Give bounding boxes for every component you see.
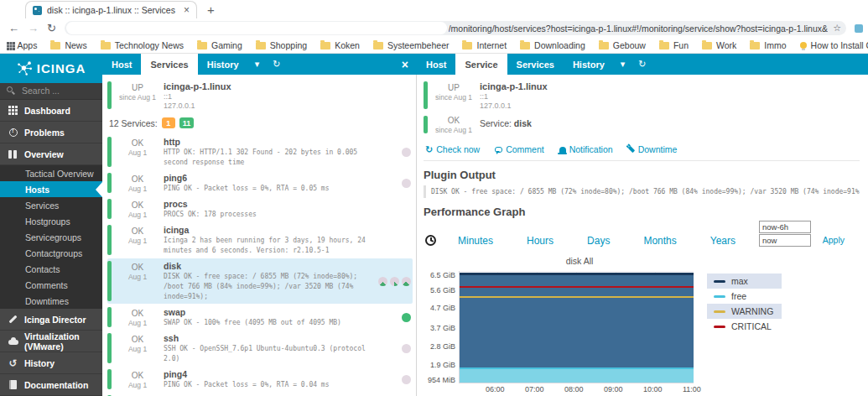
service-check-date: Aug 1 xyxy=(112,148,164,157)
tab-host[interactable]: Host xyxy=(102,54,141,75)
range-months[interactable]: Months xyxy=(643,235,676,247)
service-label: Service: disk xyxy=(480,115,532,134)
url-text: /monitoring/host/services?host=icinga-p-… xyxy=(449,23,828,34)
detail-service-summary[interactable]: OK since Aug 1 Service: disk xyxy=(424,115,860,139)
bookmark-star-icon[interactable]: ☆ xyxy=(833,23,841,34)
bookmark-internet[interactable]: Internet xyxy=(462,40,507,50)
sidebar-item-problems[interactable]: Problems xyxy=(0,122,102,143)
bookmark-label: Gaming xyxy=(211,40,242,50)
folder-icon xyxy=(462,42,472,50)
service-row-http[interactable]: OKAug 1httpHTTP OK: HTTP/1.1 302 Found -… xyxy=(107,134,413,169)
range-years[interactable]: Years xyxy=(710,235,735,247)
forward-icon[interactable]: → xyxy=(28,22,39,34)
service-row-ping4[interactable]: OKAug 1ping4PING OK - Packet loss = 0%, … xyxy=(107,367,413,392)
tab-history[interactable]: History xyxy=(564,54,614,75)
service-row-ping6[interactable]: OKAug 1ping6PING OK - Packet loss = 0%, … xyxy=(107,170,413,195)
bookmark-downloading[interactable]: Downloading xyxy=(520,40,585,50)
sidebar-item-icinga-director[interactable]: Icinga Director xyxy=(0,309,102,331)
refresh-icon[interactable]: ↻ xyxy=(632,54,652,75)
browser-tab[interactable]: disk :: icinga-p-1.linux :: Services × xyxy=(25,1,197,18)
service-row-procs[interactable]: OKAug 1procsPROCS OK: 178 processes xyxy=(107,196,413,221)
ok-count-badge[interactable]: 11 xyxy=(179,117,195,128)
bookmark-shopping[interactable]: Shopping xyxy=(256,40,307,50)
tab-services[interactable]: Services xyxy=(507,54,564,75)
sidebar-item-servicegroups[interactable]: Servicegroups xyxy=(0,229,102,245)
bookmark-news[interactable]: News xyxy=(50,40,86,50)
detail-host-summary[interactable]: UP since Aug 1 icinga-p-1.linux ::1 127.… xyxy=(424,79,860,115)
tab-host[interactable]: Host xyxy=(417,54,455,75)
refresh-icon[interactable]: ↻ xyxy=(266,54,287,75)
bookmark-systeembeheer[interactable]: Systeembeheer xyxy=(373,40,450,50)
tab-service[interactable]: Service xyxy=(455,54,507,75)
sidebar-item-contactgroups[interactable]: Contactgroups xyxy=(0,245,102,261)
folder-icon xyxy=(659,42,669,50)
sidebar-item-hostgroups[interactable]: Hostgroups xyxy=(0,213,102,229)
service-check-date: Aug 1 xyxy=(112,381,164,389)
bookmark-immo[interactable]: Immo xyxy=(750,40,786,50)
service-row-disk[interactable]: OKAug 1disk /DISK OK - free space: / 685… xyxy=(107,393,413,396)
address-bar[interactable]: /monitoring/host/services?host=icinga-p-… xyxy=(65,21,846,35)
service-panel-tabs: HostServiceServicesHistory▾↻ xyxy=(417,54,868,75)
action-comment[interactable]: Comment xyxy=(495,144,544,154)
sidebar-item-overview[interactable]: Overview xyxy=(0,143,102,165)
tab-services[interactable]: Services xyxy=(141,54,197,75)
bookmark-koken[interactable]: Koken xyxy=(320,40,360,50)
bookmark-technology-news[interactable]: Technology News xyxy=(101,40,184,50)
time-from-input[interactable] xyxy=(759,221,811,233)
legend-item-free: free xyxy=(707,289,782,304)
sidebar-item-label: Comments xyxy=(25,280,68,290)
icinga-logo[interactable]: ICINGA xyxy=(0,54,102,83)
host-summary[interactable]: UP since Aug 1 icinga-p-1.linux ::1 127.… xyxy=(107,79,413,115)
x-tick-label: 11:00 xyxy=(683,385,701,393)
sidebar-item-dashboard[interactable]: Dashboard xyxy=(0,100,102,122)
warning-count-badge[interactable]: 1 xyxy=(162,117,175,128)
back-icon[interactable]: ← xyxy=(8,22,19,34)
range-minutes[interactable]: Minutes xyxy=(458,235,493,247)
bookmark-gaming[interactable]: Gaming xyxy=(197,40,242,50)
sidebar-item-documentation[interactable]: Documentation xyxy=(0,374,102,396)
bookmark-label: Downloading xyxy=(534,40,585,50)
bookmark-apps[interactable]: Apps xyxy=(7,40,37,50)
bookmark-label: News xyxy=(65,40,86,50)
chevron-down-icon[interactable]: ▾ xyxy=(248,54,267,75)
bookmark-fun[interactable]: Fun xyxy=(659,40,689,50)
service-row-ssh[interactable]: OKAug 1sshSSH OK - OpenSSH_7.6p1 Ubuntu-… xyxy=(107,331,413,366)
sidebar-item-virtualization-vmware[interactable]: Virtualization (VMware) xyxy=(0,331,102,352)
sidebar-item-comments[interactable]: Comments xyxy=(0,277,102,293)
service-state: OK xyxy=(112,335,164,344)
bookmark-work[interactable]: Work xyxy=(702,40,736,50)
reload-icon[interactable]: ↻ xyxy=(47,22,56,34)
new-tab-button[interactable]: + xyxy=(207,2,215,18)
extension-icon[interactable] xyxy=(855,24,863,33)
search-input[interactable] xyxy=(20,85,87,96)
sidebar-item-label: Tactical Overview xyxy=(25,169,94,179)
tab-close-icon[interactable]: × xyxy=(184,4,190,16)
sidebar-item-downtimes[interactable]: Downtimes xyxy=(0,293,102,309)
range-hours[interactable]: Hours xyxy=(527,235,554,247)
history-icon xyxy=(8,358,17,368)
time-to-input[interactable] xyxy=(759,234,811,247)
action-check-now[interactable]: Check now xyxy=(425,144,480,154)
action-notification[interactable]: Notification xyxy=(559,144,613,154)
bookmark-how-to-install-grafa[interactable]: How to Install Grafa... xyxy=(800,40,868,50)
service-row-disk[interactable]: OKAug 1diskDISK OK - free space: / 6855 … xyxy=(107,258,413,304)
sidebar-item-services[interactable]: Services xyxy=(0,197,102,213)
tab-history[interactable]: History xyxy=(198,54,248,75)
chevron-down-icon[interactable]: ▾ xyxy=(614,54,632,75)
legend-label: max xyxy=(731,276,748,286)
host-name: icinga-p-1.linux xyxy=(164,81,231,91)
service-row-swap[interactable]: OKAug 1swapSWAP OK - 100% free (4095 MB … xyxy=(107,305,413,330)
range-days[interactable]: Days xyxy=(587,235,610,247)
sidebar-item-tactical-overview[interactable]: Tactical Overview xyxy=(0,165,102,181)
close-column-icon[interactable]: × xyxy=(393,54,417,75)
host-state: UP xyxy=(112,83,164,92)
service-row-icinga[interactable]: OKAug 1icingaIcinga 2 has been running f… xyxy=(107,222,413,258)
sidebar-item-history[interactable]: History xyxy=(0,352,102,374)
sidebar-item-label: Hostgroups xyxy=(25,216,70,227)
sidebar-item-contacts[interactable]: Contacts xyxy=(0,261,102,277)
bookmark-gebouw[interactable]: Gebouw xyxy=(599,40,646,50)
clock-icon[interactable] xyxy=(425,235,436,246)
action-downtime[interactable]: Downtime xyxy=(628,144,678,154)
apply-button[interactable]: Apply xyxy=(823,235,845,245)
sidebar-item-hosts[interactable]: Hosts xyxy=(0,181,102,197)
